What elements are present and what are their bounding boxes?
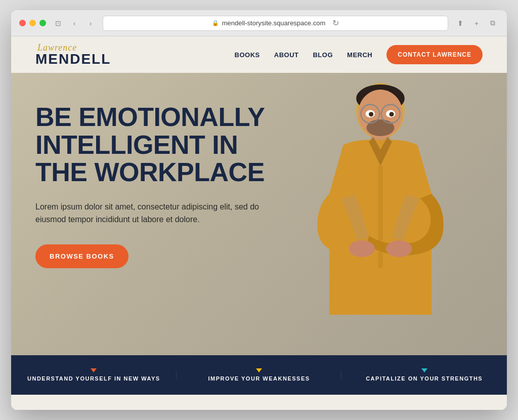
nav-books[interactable]: BOOKS (235, 51, 260, 59)
hero-section: BE EMOTIONALLY INTELLIGENT IN THE WORKPL… (11, 73, 507, 355)
hero-headline: BE EMOTIONALLY INTELLIGENT IN THE WORKPL… (35, 103, 270, 186)
bar-label-2: CAPITALIZE ON YOUR STRENGTHS (366, 375, 483, 382)
bar-label-1: IMPROVE YOUR WEAKNESSES (208, 375, 310, 382)
maximize-button[interactable] (39, 20, 46, 26)
bottom-bar-item-0[interactable]: UNDERSTAND YOURSELF IN NEW WAYS (11, 368, 177, 382)
arrow-icon-2 (421, 368, 427, 372)
svg-point-5 (366, 119, 394, 136)
bottom-bar: UNDERSTAND YOURSELF IN NEW WAYS IMPROVE … (11, 355, 507, 395)
forward-button[interactable]: › (84, 17, 97, 29)
lock-icon: 🔒 (212, 20, 219, 26)
person-figure (284, 73, 477, 315)
contact-button[interactable]: CONTACT LAWRENCE (386, 45, 483, 64)
nav-about[interactable]: ABOUT (274, 51, 299, 59)
hero-headline-line1: BE EMOTIONALLY (35, 102, 265, 132)
bottom-bar-item-2[interactable]: CAPITALIZE ON YOUR STRENGTHS (341, 368, 507, 382)
svg-point-12 (389, 112, 394, 116)
close-button[interactable] (19, 20, 26, 26)
browser-chrome: ⊡ ‹ › 🔒 mendell-storysite.squarespace.co… (11, 10, 507, 36)
address-bar[interactable]: 🔒 mendell-storysite.squarespace.com ↻ (103, 16, 448, 31)
bar-label-0: UNDERSTAND YOURSELF IN NEW WAYS (27, 375, 160, 382)
url-text: mendell-storysite.squarespace.com (222, 19, 325, 27)
hero-text: BE EMOTIONALLY INTELLIGENT IN THE WORKPL… (11, 73, 294, 288)
hero-subtext: Lorem ipsum dolor sit amet, consectetur … (35, 200, 268, 226)
browser-actions: ⬆ + ⧉ (454, 17, 499, 29)
logo[interactable]: Lawrence MENDELL (35, 43, 111, 66)
back-button[interactable]: ‹ (68, 17, 80, 29)
browser-nav: ⊡ ‹ › (52, 17, 97, 29)
window-icon[interactable]: ⊡ (52, 17, 64, 29)
nav-links: BOOKS ABOUT BLOG MERCH CONTACT LAWRENCE (235, 45, 483, 64)
arrow-icon-0 (91, 368, 97, 372)
nav-blog[interactable]: BLOG (313, 51, 333, 59)
svg-rect-13 (378, 166, 382, 268)
arrow-icon-1 (256, 368, 262, 372)
page-content: Lawrence MENDELL BOOKS ABOUT BLOG MERCH … (11, 36, 507, 410)
person-svg (294, 73, 466, 315)
traffic-lights (19, 20, 46, 26)
hero-headline-line3: THE WORKPLACE (35, 157, 265, 187)
tab-overview-icon[interactable]: ⧉ (487, 17, 499, 29)
bottom-bar-item-1[interactable]: IMPROVE YOUR WEAKNESSES (177, 368, 342, 382)
new-tab-icon[interactable]: + (470, 17, 483, 29)
svg-point-11 (369, 112, 373, 116)
reload-icon[interactable]: ↻ (332, 18, 339, 28)
nav-merch[interactable]: MERCH (347, 51, 372, 59)
svg-point-15 (386, 240, 412, 257)
bottom-bar-items: UNDERSTAND YOURSELF IN NEW WAYS IMPROVE … (11, 368, 507, 382)
svg-point-14 (349, 240, 374, 257)
navbar: Lawrence MENDELL BOOKS ABOUT BLOG MERCH … (11, 36, 507, 73)
hero-headline-line2: INTELLIGENT IN (35, 130, 238, 159)
browse-books-button[interactable]: BROWSE BOOKS (35, 244, 128, 268)
below-bar (11, 395, 507, 410)
minimize-button[interactable] (29, 20, 36, 26)
share-icon[interactable]: ⬆ (454, 17, 466, 29)
logo-main: MENDELL (35, 52, 111, 66)
